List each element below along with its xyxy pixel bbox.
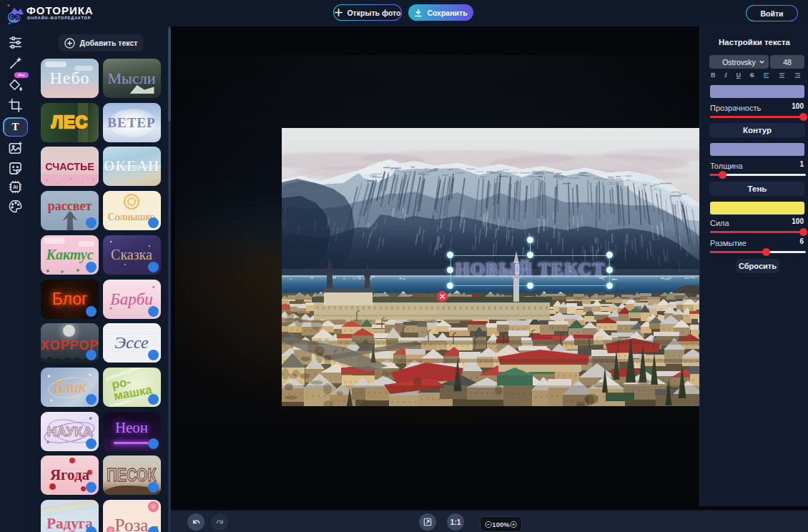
svg-text:AI: AI	[13, 184, 18, 190]
